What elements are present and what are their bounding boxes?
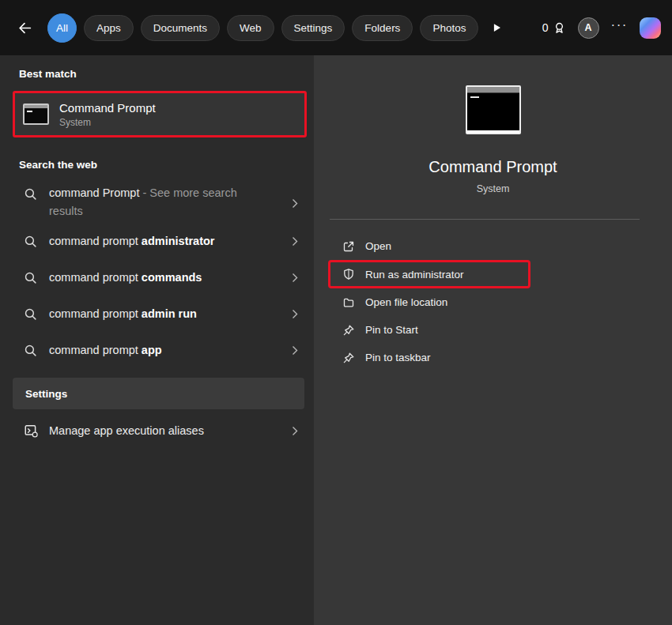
action-open-file-location[interactable]: Open file location	[330, 288, 640, 316]
best-match-text: Command Prompt System	[59, 101, 156, 128]
more-options-icon[interactable]: ···	[611, 21, 628, 34]
chevron-right-icon[interactable]	[292, 426, 298, 436]
chevron-right-icon[interactable]	[292, 273, 298, 283]
preview-app-title: Command Prompt	[428, 158, 557, 176]
preview-panel: Command Prompt System Open Run as admini…	[314, 55, 672, 625]
folder-icon	[342, 296, 355, 309]
suggestion-text: command prompt administrator	[49, 235, 215, 247]
rewards-count: 0	[542, 21, 549, 34]
action-label: Pin to Start	[365, 324, 418, 336]
back-button[interactable]	[11, 14, 38, 41]
back-arrow-icon	[17, 21, 32, 36]
action-label: Open file location	[365, 296, 447, 308]
play-icon	[492, 22, 502, 33]
filter-pill-all[interactable]: All	[47, 13, 77, 43]
more-filters-button[interactable]	[492, 22, 502, 33]
chevron-right-icon[interactable]	[292, 236, 298, 247]
preview-actions-list: Open Run as administrator Open file loca…	[330, 232, 640, 371]
settings-result-manage-aliases[interactable]: Manage app execution aliases	[0, 412, 314, 449]
suggestion-text: command prompt app	[49, 344, 162, 356]
icon-prompt-text	[470, 96, 479, 98]
search-icon	[24, 235, 37, 248]
topbar-right-cluster: 0 A ···	[542, 17, 661, 39]
best-match-header: Best match	[19, 68, 314, 80]
web-suggestion-list: command Prompt - See more search results…	[0, 177, 314, 368]
action-label: Open	[365, 240, 391, 252]
suggestion-text: command Prompt - See more search results	[49, 184, 248, 220]
chevron-right-icon[interactable]	[292, 309, 298, 319]
suggestion-commands[interactable]: command prompt commands	[0, 259, 314, 296]
preview-divider	[330, 219, 640, 220]
icon-bottom-edge	[467, 130, 519, 133]
pin-icon	[342, 324, 355, 337]
best-match-title: Command Prompt	[59, 101, 156, 115]
action-pin-to-taskbar[interactable]: Pin to taskbar	[330, 344, 640, 371]
settings-section-header: Settings	[13, 378, 304, 409]
admin-shield-icon	[342, 268, 355, 280]
suggestion-see-more[interactable]: command Prompt - See more search results	[0, 177, 314, 223]
run-as-admin-highlight: Run as administrator	[328, 260, 530, 288]
filter-pill-photos[interactable]: Photos	[420, 15, 478, 41]
search-icon	[24, 271, 37, 284]
pin-icon	[342, 352, 355, 364]
best-match-subtitle: System	[59, 117, 156, 128]
settings-result-label: Manage app execution aliases	[49, 424, 204, 437]
rewards-button[interactable]: 0	[542, 21, 566, 35]
open-icon	[342, 240, 355, 253]
best-match-result[interactable]: Command Prompt System	[13, 91, 307, 137]
action-label: Pin to taskbar	[365, 352, 431, 363]
search-icon	[24, 344, 37, 357]
settings-header-label: Settings	[25, 388, 67, 400]
suggestion-text: command prompt admin run	[49, 307, 197, 320]
suggestion-administrator[interactable]: command prompt administrator	[0, 223, 314, 259]
search-filter-bar: All Apps Documents Web Settings Folders …	[0, 0, 672, 55]
avatar[interactable]: A	[578, 17, 599, 39]
icon-title-bar	[467, 87, 519, 93]
command-prompt-large-icon	[466, 85, 521, 134]
command-prompt-icon	[23, 104, 49, 125]
action-label: Run as administrator	[365, 269, 464, 280]
chevron-right-icon[interactable]	[292, 345, 298, 356]
action-run-as-administrator[interactable]: Run as administrator	[330, 262, 528, 286]
chevron-right-icon[interactable]	[292, 198, 298, 209]
search-icon	[24, 307, 37, 321]
app-alias-icon	[24, 424, 38, 438]
filter-pill-web[interactable]: Web	[227, 15, 274, 41]
rewards-medal-icon	[553, 21, 566, 35]
filter-pill-folders[interactable]: Folders	[352, 15, 413, 41]
search-web-header: Search the web	[19, 159, 314, 171]
action-open[interactable]: Open	[330, 232, 640, 260]
windows-search-flyout: All Apps Documents Web Settings Folders …	[0, 0, 672, 625]
preview-app-subtitle: System	[477, 183, 510, 194]
filter-pill-documents[interactable]: Documents	[141, 15, 220, 41]
filter-pill-settings[interactable]: Settings	[281, 15, 345, 41]
action-pin-to-start[interactable]: Pin to Start	[330, 316, 640, 344]
suggestion-text: command prompt commands	[49, 271, 202, 284]
copilot-icon[interactable]	[640, 17, 661, 39]
filter-pill-apps[interactable]: Apps	[84, 15, 134, 41]
suggestion-app[interactable]: command prompt app	[0, 332, 314, 368]
search-results-panel: Best match Command Prompt System Search …	[0, 55, 314, 625]
search-icon	[24, 187, 37, 201]
suggestion-admin-run[interactable]: command prompt admin run	[0, 296, 314, 332]
